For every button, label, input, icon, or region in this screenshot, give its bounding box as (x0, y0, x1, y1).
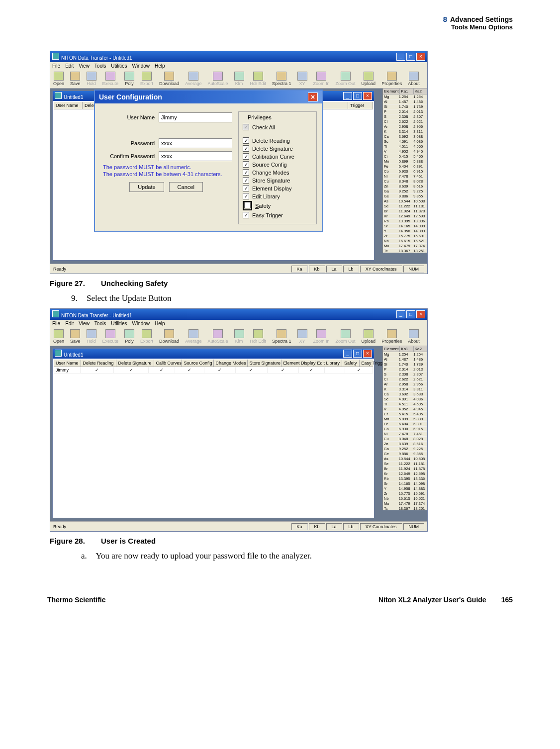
app2-maximize-button[interactable]: □ (406, 310, 415, 318)
toolbar-about[interactable]: About (407, 329, 421, 344)
toolbar-poly[interactable]: Poly (123, 329, 135, 344)
element-row[interactable]: Ni7.4787.461 (383, 174, 427, 179)
priv-safety[interactable]: Safety (243, 201, 312, 210)
element-row[interactable]: Zr15.77515.691 (383, 491, 427, 496)
element-row[interactable]: Cr5.4155.405 (383, 154, 427, 159)
element-row[interactable]: Cu8.0488.028 (383, 179, 427, 184)
password-input[interactable] (159, 138, 232, 148)
element-row[interactable]: Ga9.2529.225 (383, 447, 427, 452)
element-row[interactable]: Mo17.47917.374 (383, 501, 427, 506)
menu-view[interactable]: View (79, 63, 90, 69)
menu-edit[interactable]: Edit (65, 321, 74, 326)
element-row[interactable]: Al1.4871.486 (383, 357, 427, 362)
element-row[interactable]: S2.3082.307 (383, 114, 427, 119)
check-all[interactable]: ✓ Check All (243, 124, 312, 130)
element-row[interactable]: Co6.9306.915 (383, 169, 427, 174)
doc-minimize-button[interactable]: _ (343, 92, 352, 100)
col-trigger[interactable]: Trigger (348, 102, 373, 109)
element-row[interactable]: Tc18.36718.251 (383, 506, 427, 510)
element-row[interactable]: Cl2.6222.621 (383, 377, 427, 382)
elem-col-ka1[interactable]: Ka1 (400, 89, 413, 94)
username-input[interactable] (159, 112, 232, 122)
priv-store-signature[interactable]: ✓Store Signature (243, 177, 312, 184)
doc2-minimize-button[interactable]: _ (343, 350, 352, 358)
element-row[interactable]: Mg1.2541.254 (383, 94, 427, 99)
element-row[interactable]: Sr14.16514.098 (383, 481, 427, 486)
col-calib-curves[interactable]: Calib Curves (154, 360, 182, 367)
element-row[interactable]: P2.0142.013 (383, 109, 427, 114)
element-row[interactable]: Cl2.6222.621 (383, 119, 427, 124)
priv-delete-reading[interactable]: ✓Delete Reading (243, 137, 312, 144)
element-row[interactable]: V4.9524.945 (383, 149, 427, 154)
element-row[interactable]: Mg1.2541.254 (383, 352, 427, 357)
priv-source-config[interactable]: ✓Source Config (243, 161, 312, 168)
element-row[interactable]: Al1.4871.486 (383, 99, 427, 104)
priv-delete-signature[interactable]: ✓Delete Signature (243, 145, 312, 152)
element-row[interactable]: Zn8.6398.616 (383, 442, 427, 447)
element-row[interactable]: Se11.22211.181 (383, 204, 427, 209)
toolbar-open[interactable]: Open (52, 329, 65, 344)
update-button[interactable]: Update (129, 182, 164, 192)
cancel-button[interactable]: Cancel (169, 182, 203, 192)
element-row[interactable]: P2.0142.013 (383, 367, 427, 372)
elem-col-ka2[interactable]: Ka2 (414, 89, 427, 94)
element-row[interactable]: Si1.7401.739 (383, 362, 427, 367)
col-edit-library[interactable]: Edit Library (315, 360, 343, 367)
menu-view[interactable]: View (79, 321, 90, 326)
app2-close-button[interactable]: × (416, 310, 425, 318)
priv-checkbox[interactable]: ✓ (243, 145, 249, 152)
menu-file[interactable]: File (52, 321, 60, 326)
priv-easy-trigger[interactable]: ✓Easy Trigger (243, 212, 312, 218)
menu-utilities[interactable]: Utilities (111, 63, 127, 69)
doc-maximize-button[interactable]: □ (353, 92, 362, 100)
toolbar-spectra-1[interactable]: Spectra 1 (271, 329, 292, 344)
priv-element-display[interactable]: ✓Element Display (243, 185, 312, 191)
menu-help[interactable]: Help (155, 63, 165, 69)
element-row[interactable]: Ar2.9582.956 (383, 124, 427, 129)
priv-checkbox[interactable]: ✓ (243, 153, 249, 160)
col-delete-reading[interactable]: Delete Reading (81, 360, 116, 367)
priv-calibration-curve[interactable]: ✓Calibration Curve (243, 153, 312, 160)
menu-window[interactable]: Window (132, 63, 150, 69)
maximize-button[interactable]: □ (406, 53, 415, 61)
elem-col-element[interactable]: Element (383, 89, 400, 94)
element-row[interactable]: Br11.92411.878 (383, 209, 427, 214)
element-row[interactable]: Nb16.61516.521 (383, 496, 427, 501)
elem2-col-ka2[interactable]: Ka2 (414, 346, 427, 352)
priv-change-modes[interactable]: ✓Change Modes (243, 169, 312, 176)
element-row[interactable]: Ti4.5114.505 (383, 144, 427, 149)
element-row[interactable]: Si1.7401.739 (383, 104, 427, 109)
toolbar-download[interactable]: Download (158, 329, 180, 344)
element-row[interactable]: Zn8.6398.616 (383, 184, 427, 189)
element-row[interactable]: Fe6.4046.391 (383, 422, 427, 427)
element-row[interactable]: Rb13.39513.336 (383, 476, 427, 481)
priv-checkbox[interactable]: ✓ (243, 193, 249, 199)
element-row[interactable]: Mo17.47917.374 (383, 244, 427, 249)
doc2-close-button[interactable]: × (363, 350, 372, 358)
close-button[interactable]: × (416, 53, 425, 61)
app-titlebar[interactable]: NITON Data Transfer - Untitled1 _ □ × (50, 51, 427, 62)
element-row[interactable]: Ca3.6923.688 (383, 392, 427, 397)
element-row[interactable]: Br11.92411.878 (383, 467, 427, 471)
dialog-close-button[interactable]: × (308, 93, 318, 101)
element-row[interactable]: Y14.95814.883 (383, 486, 427, 491)
toolbar-save[interactable]: Save (69, 71, 82, 87)
toolbar-properties[interactable]: Properties (380, 71, 403, 87)
menu-utilities[interactable]: Utilities (111, 321, 127, 326)
elem2-col-ka1[interactable]: Ka1 (400, 346, 413, 352)
element-row[interactable]: Mn5.8995.888 (383, 159, 427, 164)
priv-edit-library[interactable]: ✓Edit Library (243, 193, 312, 199)
col-source-config[interactable]: Source Config (182, 360, 214, 367)
element-row[interactable]: Nb16.61516.521 (383, 239, 427, 244)
doc2-maximize-button[interactable]: □ (353, 350, 362, 358)
element-row[interactable]: S2.3082.307 (383, 372, 427, 377)
priv-checkbox[interactable]: ✓ (243, 169, 249, 176)
toolbar-open[interactable]: Open (52, 71, 65, 87)
toolbar-poly[interactable]: Poly (123, 71, 135, 87)
element-row[interactable]: Rb13.39513.336 (383, 219, 427, 224)
col-element-display[interactable]: Element Display (281, 360, 315, 367)
toolbar-download[interactable]: Download (158, 71, 180, 87)
element-row[interactable]: K3.3143.311 (383, 387, 427, 392)
element-row[interactable]: Sc4.0914.086 (383, 397, 427, 402)
element-row[interactable]: Se11.22211.181 (383, 462, 427, 467)
